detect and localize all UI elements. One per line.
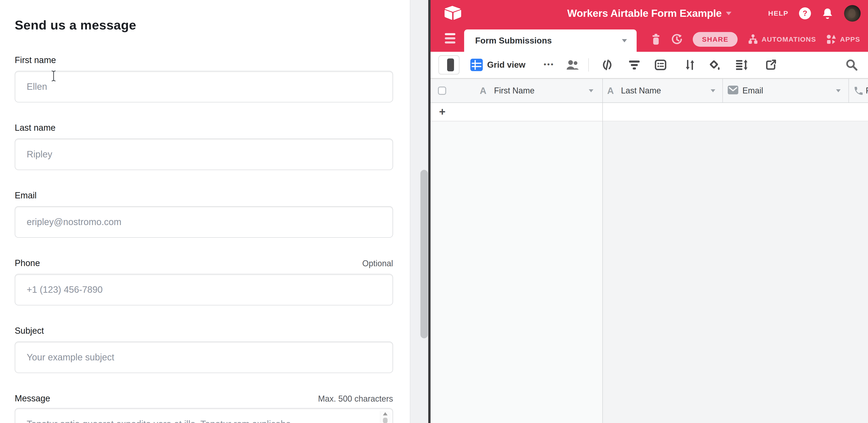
grid-add-row[interactable]: + xyxy=(431,103,868,121)
group-icon[interactable] xyxy=(654,52,667,78)
email-field-type-icon xyxy=(728,86,738,94)
phone-label: Phone xyxy=(15,258,40,268)
form-title: Send us a message xyxy=(15,18,136,32)
column-header-phone[interactable]: Phone xyxy=(866,79,868,102)
history-icon[interactable] xyxy=(671,34,683,45)
tab-row-actions: SHARE AUTOMATIONS APPS xyxy=(651,27,860,52)
automations-button[interactable]: AUTOMATIONS xyxy=(748,34,816,44)
subject-label: Subject xyxy=(15,326,44,336)
help-button[interactable]: HELP xyxy=(768,9,788,17)
contact-form-pane: Send us a message First name Last name E… xyxy=(0,0,410,423)
automations-label: AUTOMATIONS xyxy=(762,35,816,43)
apps-icon xyxy=(826,34,837,44)
first-name-label: First name xyxy=(15,55,56,65)
select-all-checkbox[interactable] xyxy=(438,87,446,95)
toolbar-divider xyxy=(588,58,589,71)
last-name-input[interactable] xyxy=(15,139,393,170)
help-question-icon[interactable]: ? xyxy=(799,7,811,19)
view-sidebar-toggle-button[interactable] xyxy=(438,55,460,74)
text-field-type-icon: A xyxy=(480,79,487,102)
email-label: Email xyxy=(15,190,37,201)
column-header-first-name[interactable]: First Name xyxy=(494,79,534,102)
phone-field-type-icon xyxy=(853,86,864,96)
share-button[interactable]: SHARE xyxy=(693,32,738,47)
chevron-down-icon xyxy=(622,39,627,42)
chevron-down-icon[interactable] xyxy=(711,89,715,92)
text-field-type-icon: A xyxy=(607,79,614,102)
phone-field[interactable] xyxy=(15,274,393,305)
hide-fields-icon[interactable] xyxy=(601,52,614,78)
filter-icon[interactable] xyxy=(628,52,640,78)
phone-optional-note: Optional xyxy=(362,259,393,268)
column-header-last-name[interactable]: Last Name xyxy=(621,79,661,102)
sidebar-panel-icon xyxy=(447,58,454,71)
view-name-label[interactable]: Grid view xyxy=(487,52,526,78)
search-icon[interactable] xyxy=(844,52,859,78)
automations-icon xyxy=(748,34,758,44)
view-options-ellipsis-button[interactable]: ••• xyxy=(544,52,555,77)
apps-button[interactable]: APPS xyxy=(826,34,860,44)
message-textarea[interactable] xyxy=(15,408,393,423)
bell-icon[interactable] xyxy=(822,7,834,19)
grid-empty-area-frozen xyxy=(431,122,602,423)
chevron-down-icon[interactable] xyxy=(836,89,841,92)
airtable-pane: Workers Airtable Form Example HELP ? For… xyxy=(431,0,868,423)
collaborators-icon[interactable] xyxy=(565,52,580,78)
share-view-icon[interactable] xyxy=(765,52,777,78)
base-title: Workers Airtable Form Example xyxy=(567,7,722,19)
last-name-label: Last name xyxy=(15,123,55,133)
message-label: Message xyxy=(15,394,50,403)
topbar-actions: HELP ? xyxy=(768,0,861,27)
textarea-scrollbar[interactable] xyxy=(380,411,391,423)
page-scrollbar-thumb[interactable] xyxy=(421,170,428,338)
grid-empty-area xyxy=(602,122,868,423)
tab-form-submissions[interactable]: Form Submissions xyxy=(464,29,637,52)
screen: Send us a message First name Last name E… xyxy=(0,0,868,423)
airtable-tab-row: Form Submissions SHARE xyxy=(431,27,868,52)
chevron-down-icon xyxy=(726,12,732,15)
page-scrollbar-track[interactable] xyxy=(410,0,428,423)
column-divider[interactable] xyxy=(722,79,723,102)
share-label: SHARE xyxy=(702,35,728,43)
window-split-divider[interactable] xyxy=(428,0,431,423)
row-height-icon[interactable] xyxy=(736,52,748,78)
first-name-input[interactable] xyxy=(15,71,393,102)
grid-view-icon[interactable] xyxy=(470,52,483,78)
add-row-plus-button[interactable]: + xyxy=(437,103,448,121)
avatar[interactable] xyxy=(844,5,861,22)
column-header-email[interactable]: Email xyxy=(742,79,763,102)
view-toolbar: Grid view ••• xyxy=(431,52,868,79)
base-title-menu[interactable]: Workers Airtable Form Example xyxy=(567,0,732,27)
scrollbar-thumb[interactable] xyxy=(383,418,388,423)
airtable-topbar: Workers Airtable Form Example HELP ? xyxy=(431,0,868,27)
sort-icon[interactable] xyxy=(684,52,696,78)
frozen-column-divider[interactable] xyxy=(602,79,603,423)
airtable-logo-icon[interactable] xyxy=(444,5,462,21)
text-cursor-icon xyxy=(50,70,57,82)
grid-header-row: A First Name A Last Name Email Phone xyxy=(431,79,868,103)
message-maxchars-note: Max. 500 characters xyxy=(318,394,393,404)
column-divider[interactable] xyxy=(848,79,849,102)
trash-icon[interactable] xyxy=(651,34,661,45)
scroll-up-arrow-icon[interactable] xyxy=(383,412,388,415)
tab-label: Form Submissions xyxy=(464,36,552,46)
email-field[interactable] xyxy=(15,206,393,238)
apps-label: APPS xyxy=(840,35,860,43)
subject-input[interactable] xyxy=(15,341,393,373)
chevron-down-icon[interactable] xyxy=(589,89,593,92)
color-icon[interactable] xyxy=(708,52,721,78)
hamburger-menu-icon[interactable] xyxy=(445,33,455,43)
